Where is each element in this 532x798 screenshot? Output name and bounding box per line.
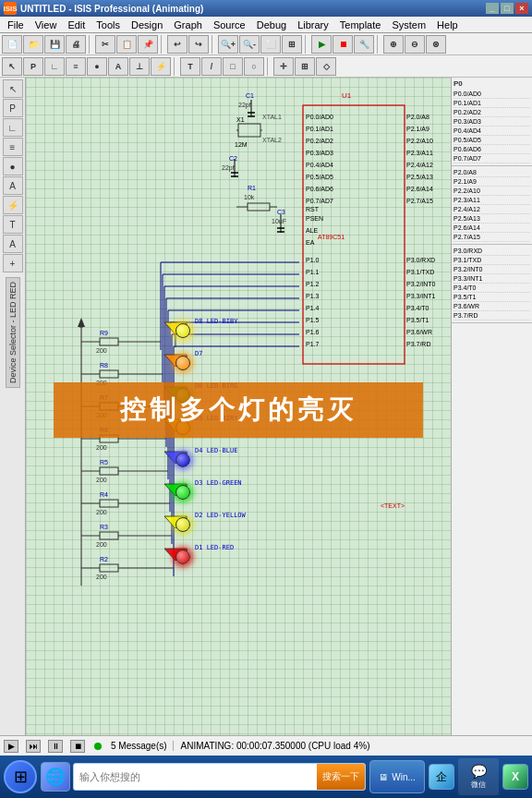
tb-extra1[interactable]: ⊕: [383, 35, 404, 54]
toolbar-sep-1: [89, 35, 92, 54]
tb-zoom-area[interactable]: ⬜: [260, 35, 281, 54]
svg-text:P0.4/AD4: P0.4/AD4: [306, 162, 333, 168]
tb2-netlabel[interactable]: A: [108, 57, 128, 76]
search-input[interactable]: [74, 764, 317, 790]
led-d2: [175, 517, 190, 532]
tb2-select[interactable]: ↖: [2, 57, 22, 76]
lt-text[interactable]: T: [3, 215, 23, 234]
tb2-marker[interactable]: ◇: [316, 57, 336, 76]
tb-zoom-in[interactable]: 🔍+: [218, 35, 238, 54]
pin-p36: P3.6/WR: [453, 302, 530, 311]
lt-component[interactable]: P: [3, 99, 23, 117]
tb2-circle[interactable]: ○: [244, 57, 264, 76]
svg-rect-41: [238, 124, 260, 137]
menu-graph[interactable]: Graph: [168, 18, 208, 31]
lt-select[interactable]: ↖: [3, 79, 23, 98]
pause-button[interactable]: ⏸: [48, 740, 63, 753]
menu-template[interactable]: Template: [334, 18, 387, 31]
schematic-canvas[interactable]: U1 AT89C51 P0.0/AD0 P0.1/AD1 P0.2/AD2 P0…: [26, 78, 451, 735]
led-d1: [175, 550, 190, 564]
svg-text:P2.3/A11: P2.3/A11: [406, 150, 433, 156]
pin-p21: P2.1/A9: [453, 177, 530, 187]
lt-power[interactable]: ⚡: [3, 196, 23, 214]
tb2-line[interactable]: /: [201, 57, 222, 76]
pin-p03: P0.3/AD3: [453, 117, 530, 127]
tb2-snap[interactable]: ⊞: [295, 57, 315, 76]
start-button[interactable]: ⊞: [4, 760, 37, 793]
tb-undo[interactable]: ↩: [167, 35, 187, 54]
tb-redo[interactable]: ↪: [188, 35, 209, 54]
svg-text:X1: X1: [236, 116, 245, 123]
toolbar-sep-2: [161, 35, 164, 54]
tb-zoom-all[interactable]: ⊞: [282, 35, 302, 54]
minimize-button[interactable]: _: [486, 3, 499, 14]
tb-new[interactable]: 📄: [2, 35, 22, 54]
browser-icon-box[interactable]: 🌐: [41, 762, 70, 792]
tb-cut[interactable]: ✂: [95, 35, 115, 54]
tb2-origin[interactable]: ✛: [273, 57, 294, 76]
tray-tencent[interactable]: 企: [429, 764, 454, 790]
svg-text:PSEN: PSEN: [306, 215, 323, 222]
menu-source[interactable]: Source: [208, 18, 251, 31]
menu-help[interactable]: Help: [431, 18, 464, 31]
tb2-wire[interactable]: ∟: [44, 57, 65, 76]
tb-stop[interactable]: ⏹: [332, 35, 353, 54]
tb2-box[interactable]: □: [223, 57, 243, 76]
lt-junction[interactable]: ●: [3, 157, 23, 175]
play-button[interactable]: ▶: [4, 740, 18, 753]
tb-settings[interactable]: 🔧: [354, 35, 374, 54]
search-container: 搜索一下: [73, 763, 366, 791]
lt-subcirc[interactable]: A: [3, 235, 23, 253]
pin-p23: P2.3/A11: [453, 196, 530, 205]
pin-p20: P2.0/A8: [453, 168, 530, 177]
window-controls[interactable]: _ □ ×: [486, 3, 528, 14]
pin-p05: P0.5/AD5: [453, 136, 530, 145]
tb2-text[interactable]: T: [180, 57, 200, 76]
tb2-bus[interactable]: ≡: [66, 57, 86, 76]
tb2-power[interactable]: ⚡: [151, 57, 171, 76]
pin-p07: P0.7/AD7: [453, 154, 530, 163]
tb-copy[interactable]: 📋: [116, 35, 137, 54]
svg-rect-84: [100, 338, 118, 345]
stop-button[interactable]: ⏹: [70, 740, 85, 753]
lt-wire[interactable]: ∟: [3, 118, 23, 137]
tb-paste[interactable]: 📌: [138, 35, 158, 54]
menu-file[interactable]: File: [2, 18, 30, 31]
menu-library[interactable]: Library: [292, 18, 334, 31]
tb2-component[interactable]: P: [23, 57, 43, 76]
menu-view[interactable]: View: [30, 18, 63, 31]
tray-excel[interactable]: X: [502, 764, 528, 790]
close-button[interactable]: ×: [515, 3, 528, 14]
menu-bar: File View Edit Tools Design Graph Source…: [0, 17, 532, 33]
maximize-button[interactable]: □: [501, 3, 514, 14]
tb-zoom-out[interactable]: 🔍-: [239, 35, 260, 54]
svg-text:R8: R8: [100, 362, 108, 369]
device-selector-label[interactable]: Device Selector - LED RED: [6, 277, 20, 388]
tb2-junction[interactable]: ●: [87, 57, 107, 76]
wechat-icon: 💬: [471, 764, 487, 779]
lt-bus[interactable]: ≡: [3, 138, 23, 156]
svg-text:P2.0/A8: P2.0/A8: [406, 114, 429, 120]
search-button[interactable]: 搜索一下: [317, 764, 365, 790]
tb2-netflag[interactable]: ⊥: [129, 57, 150, 76]
menu-debug[interactable]: Debug: [251, 18, 292, 31]
tb-print[interactable]: 🖨: [66, 35, 86, 54]
taskbar-app-win[interactable]: 🖥 Win...: [369, 760, 425, 793]
menu-edit[interactable]: Edit: [62, 18, 91, 31]
right-panel: P0 P0.0/AD0 P0.1/AD1 P0.2/AD2 P0.3/AD3 P…: [451, 78, 532, 735]
lt-mark[interactable]: +: [3, 254, 23, 272]
label-d8: D8 LED-BIBY: [195, 318, 237, 325]
tb-run[interactable]: ▶: [311, 35, 332, 54]
tb-save[interactable]: 💾: [44, 35, 65, 54]
pin-p26: P2.6/A14: [453, 224, 530, 233]
browser-icon: 🌐: [45, 767, 66, 787]
step-button[interactable]: ⏭: [26, 740, 41, 753]
tray-wechat[interactable]: 💬 微信: [458, 758, 499, 795]
menu-tools[interactable]: Tools: [91, 18, 126, 31]
tb-extra2[interactable]: ⊖: [405, 35, 425, 54]
tb-extra3[interactable]: ⊗: [426, 35, 446, 54]
lt-label[interactable]: A: [3, 176, 23, 195]
menu-design[interactable]: Design: [126, 18, 168, 31]
menu-system[interactable]: System: [386, 18, 431, 31]
tb-open[interactable]: 📁: [23, 35, 43, 54]
